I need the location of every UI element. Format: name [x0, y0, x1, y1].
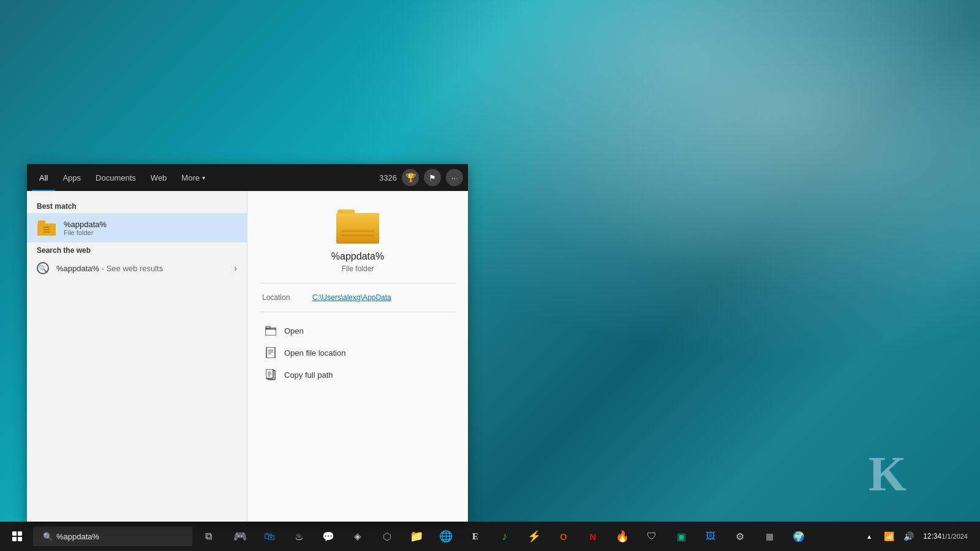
tab-apps[interactable]: Apps — [55, 164, 88, 191]
svg-rect-2 — [266, 347, 275, 358]
file-explorer-icon: 📁 — [410, 530, 423, 543]
settings-icon: ⚙ — [736, 531, 744, 542]
box-button[interactable]: ⬡ — [372, 522, 402, 551]
cube-button[interactable]: ▣ — [666, 522, 696, 551]
steam-button[interactable]: ♨ — [284, 522, 314, 551]
volume-icon: 🔊 — [903, 531, 914, 541]
web-search-icon: 🔍 — [37, 262, 49, 274]
detail-location: Location C:\Users\alexg\AppData — [260, 293, 456, 302]
k-watermark: K — [869, 446, 907, 502]
search-tabs: All Apps Documents Web More ▾ 3326 🏆 ⚑ ·… — [27, 164, 468, 191]
edge-button[interactable]: 🌐 — [431, 522, 461, 551]
file-location-icon — [265, 347, 277, 359]
shield-button[interactable]: 🛡 — [637, 522, 666, 551]
action-open-file-location[interactable]: Open file location — [262, 342, 453, 364]
office-button[interactable]: O — [549, 522, 578, 551]
ms-store-button[interactable]: 🛍 — [255, 522, 284, 551]
result-appdata[interactable]: %appdata% File folder — [27, 213, 247, 242]
box-icon: ⬡ — [383, 531, 391, 542]
more-chevron-icon: ▾ — [202, 174, 205, 181]
xbox-app-button[interactable]: 🎮 — [225, 522, 255, 551]
more-options-button[interactable]: ··· — [446, 169, 463, 186]
action-open[interactable]: Open — [262, 320, 453, 342]
tab-web[interactable]: Web — [143, 164, 175, 191]
steam-icon: ♨ — [295, 531, 303, 542]
copy-full-path-label: Copy full path — [284, 370, 333, 380]
divider-2 — [260, 312, 456, 312]
location-path[interactable]: C:\Users\alexg\AppData — [312, 293, 391, 302]
open-folder-icon — [265, 324, 277, 337]
clock-display[interactable]: 12:34 1/1/2024 — [918, 522, 973, 551]
badge-icon: 🏆 — [405, 173, 416, 182]
web-result-text: %appdata% - See web results — [56, 264, 163, 273]
globe-button[interactable]: 🌍 — [784, 522, 813, 551]
tray-volume[interactable]: 🔊 — [899, 522, 918, 551]
chevron-up-icon: ▲ — [866, 533, 872, 540]
location-label: Location — [262, 293, 305, 302]
file-explorer-button[interactable]: 📁 — [402, 522, 431, 551]
start-button[interactable] — [2, 522, 32, 551]
divider-1 — [260, 283, 456, 283]
epic2-icon: E — [472, 531, 478, 542]
task-view-button[interactable]: ⧉ — [194, 522, 223, 551]
lightning-icon: ⚡ — [527, 530, 541, 543]
desktop: K All Apps Documents Web More ▾ 3326 🏆 ⚑ — [0, 0, 980, 551]
clock-time: 12:34 — [923, 532, 941, 541]
spotify-button[interactable]: ♪ — [490, 522, 519, 551]
open-label: Open — [284, 326, 304, 335]
search-panel: All Apps Documents Web More ▾ 3326 🏆 ⚑ ·… — [27, 164, 468, 522]
action-copy-full-path[interactable]: Copy full path — [262, 364, 453, 386]
netflix-icon: N — [590, 531, 597, 542]
search-web-label: Search the web — [27, 242, 247, 257]
ms-store-icon: 🛍 — [264, 530, 275, 543]
task-view-icon: ⧉ — [205, 531, 212, 542]
web-result-arrow-icon: › — [234, 263, 237, 273]
tray-network[interactable]: 📶 — [879, 522, 899, 551]
netflix-button[interactable]: N — [578, 522, 608, 551]
tab-all[interactable]: All — [32, 164, 55, 191]
system-tray: ▲ 📶 🔊 12:34 1/1/2024 — [859, 522, 978, 551]
windows-logo-icon — [12, 531, 22, 541]
ellipsis-icon: ··· — [451, 173, 458, 182]
settings-button[interactable]: ⚙ — [725, 522, 755, 551]
taskbar-search-box[interactable]: 🔍 %appdata% — [33, 527, 192, 546]
taskbar-search-icon: 🔍 — [43, 532, 53, 541]
feedback-icon: ⚑ — [429, 173, 436, 182]
feedback-button[interactable]: ⚑ — [424, 169, 441, 186]
edge-icon: 🌐 — [439, 530, 453, 543]
lang-button[interactable]: ▦ — [755, 522, 784, 551]
taskbar: 🔍 %appdata% ⧉ 🎮 🛍 ♨ 💬 ◈ ⬡ — [0, 522, 980, 551]
tab-more[interactable]: More ▾ — [174, 164, 213, 191]
best-match-label: Best match — [27, 198, 247, 213]
globe-icon: 🌍 — [793, 531, 805, 542]
tab-documents[interactable]: Documents — [88, 164, 143, 191]
web-result-item[interactable]: 🔍 %appdata% - See web results › — [27, 257, 247, 279]
score-display: 3326 — [379, 173, 397, 182]
search-right-panel: %appdata% File folder Location C:\Users\… — [247, 191, 468, 522]
detail-folder-icon — [336, 209, 379, 244]
detail-actions: Open Open file location — [260, 320, 456, 386]
photos-button[interactable]: 🖼 — [696, 522, 725, 551]
appdata-folder-icon — [37, 218, 56, 238]
fire-icon: 🔥 — [616, 530, 629, 543]
lightning-button[interactable]: ⚡ — [519, 522, 549, 551]
spotify-icon: ♪ — [502, 530, 508, 543]
svg-rect-1 — [266, 326, 270, 329]
xbox-icon: 🎮 — [233, 530, 247, 543]
copy-path-icon — [265, 369, 277, 381]
clock-date: 1/1/2024 — [941, 533, 968, 540]
score-badge[interactable]: 🏆 — [402, 169, 419, 186]
network-icon: 📶 — [884, 531, 894, 541]
lang-icon: ▦ — [766, 531, 774, 541]
discord-button[interactable]: 💬 — [314, 522, 343, 551]
epic2-button[interactable]: E — [461, 522, 490, 551]
taskbar-search-text: %appdata% — [56, 532, 99, 541]
epic-button[interactable]: ◈ — [343, 522, 372, 551]
tray-show-hidden[interactable]: ▲ — [859, 522, 879, 551]
taskbar-app-icons: 🎮 🛍 ♨ 💬 ◈ ⬡ 📁 🌐 E — [225, 522, 859, 551]
fire-button[interactable]: 🔥 — [608, 522, 637, 551]
result-title: %appdata% — [64, 220, 237, 229]
open-file-location-label: Open file location — [284, 348, 345, 358]
detail-type: File folder — [342, 264, 374, 273]
search-content: Best match — [27, 191, 468, 522]
